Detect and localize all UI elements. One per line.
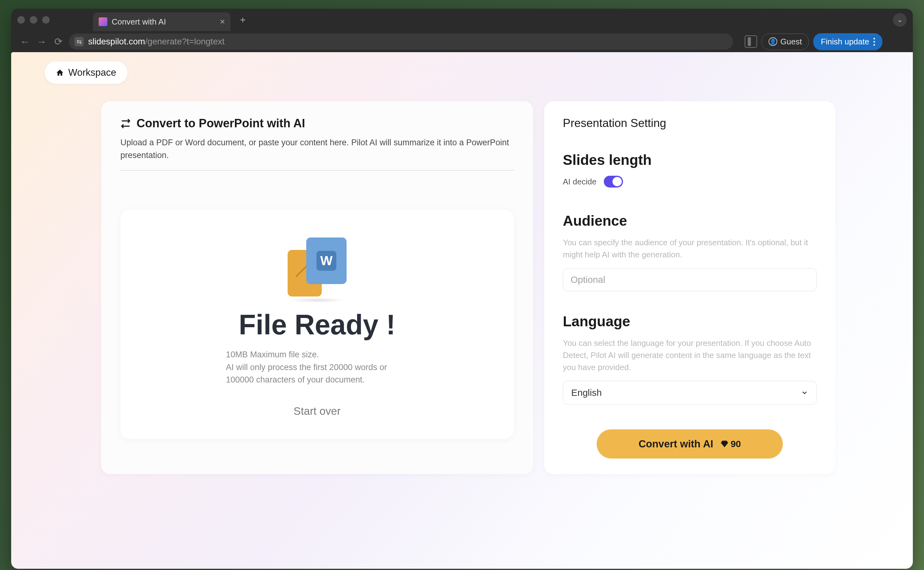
url-text: slidespilot.com/generate?t=longtext (88, 37, 225, 47)
convert-subtitle: Upload a PDF or Word document, or paste … (121, 136, 514, 170)
diamond-icon (720, 440, 729, 448)
back-button[interactable]: ← (18, 35, 31, 48)
file-info: 10MB Maximum file size. AI will only pro… (226, 348, 400, 386)
language-value: English (571, 388, 602, 398)
minimize-window-button[interactable] (30, 16, 37, 24)
workspace-button[interactable]: Workspace (45, 61, 128, 84)
main-container: Convert to PowerPoint with AI Upload a P… (101, 101, 835, 474)
favicon-icon (99, 17, 107, 26)
settings-panel: Presentation Setting Slides length AI de… (544, 101, 835, 474)
home-icon (56, 69, 64, 77)
forward-button[interactable]: → (35, 35, 48, 48)
chevron-down-icon (801, 389, 808, 397)
audience-input[interactable] (563, 268, 817, 291)
convert-header: Convert to PowerPoint with AI (121, 117, 514, 130)
site-settings-icon[interactable]: ⇆ (75, 37, 84, 46)
file-ready-title: File Ready ! (238, 309, 395, 341)
swap-icon (121, 118, 131, 129)
credits-badge: 90 (720, 439, 741, 449)
tabs-overflow-button[interactable]: ⌄ (893, 13, 907, 27)
address-bar-row: ← → ⟳ ⇆ slidespilot.com/generate?t=longt… (11, 31, 913, 52)
maximize-window-button[interactable] (42, 16, 50, 24)
workspace-label: Workspace (68, 67, 116, 78)
audience-heading: Audience (563, 212, 817, 229)
sidebar-toggle-icon[interactable] (745, 35, 757, 48)
start-over-button[interactable]: Start over (293, 405, 341, 417)
convert-button[interactable]: Convert with AI 90 (597, 429, 783, 458)
finish-update-button[interactable]: Finish update (813, 33, 883, 50)
convert-title: Convert to PowerPoint with AI (136, 117, 305, 130)
slides-length-heading: Slides length (563, 152, 817, 168)
close-tab-icon[interactable]: × (220, 17, 225, 27)
language-description: You can select the language for your pre… (563, 337, 817, 374)
close-window-button[interactable] (17, 16, 25, 24)
page-content: Workspace Convert to PowerPoint with AI … (11, 52, 913, 569)
ai-decide-label: AI decide (563, 177, 596, 187)
file-ready-card: W File Ready ! 10MB Maximum file size. A… (121, 210, 514, 439)
address-bar[interactable]: ⇆ slidespilot.com/generate?t=longtext (69, 34, 733, 50)
settings-title: Presentation Setting (563, 117, 817, 130)
ai-decide-row: AI decide (563, 176, 817, 187)
credits-count: 90 (731, 439, 741, 449)
ai-decide-toggle[interactable] (604, 176, 623, 187)
browser-tab[interactable]: Convert with AI × (93, 12, 231, 31)
convert-panel: Convert to PowerPoint with AI Upload a P… (101, 101, 533, 474)
language-select[interactable]: English (563, 381, 817, 405)
title-bar: Convert with AI × + ⌄ (11, 9, 913, 31)
user-icon: 👤 (768, 37, 777, 46)
reload-button[interactable]: ⟳ (52, 35, 64, 48)
finish-update-label: Finish update (821, 37, 869, 47)
menu-icon[interactable] (874, 38, 875, 46)
word-file-icon: W (306, 238, 347, 284)
convert-button-label: Convert with AI (638, 438, 713, 450)
guest-label: Guest (780, 37, 802, 47)
audience-description: You can specify the audience of your pre… (563, 237, 817, 261)
browser-window: Convert with AI × + ⌄ ← → ⟳ ⇆ slidespilo… (11, 9, 913, 569)
file-icons: W (281, 238, 353, 300)
tab-title: Convert with AI (112, 17, 166, 27)
new-tab-button[interactable]: + (240, 14, 246, 26)
language-heading: Language (563, 313, 817, 330)
guest-profile-button[interactable]: 👤 Guest (761, 34, 809, 50)
traffic-lights (17, 16, 50, 24)
